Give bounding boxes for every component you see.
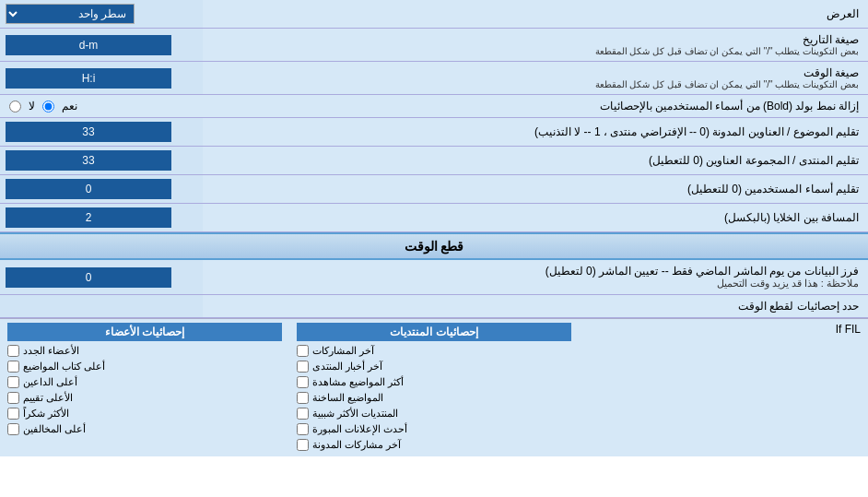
line-select-cell[interactable]: سطر واحد	[0, 0, 203, 28]
cell-spacing-input[interactable]	[6, 207, 171, 228]
checkbox-label: آخر مشاركات المدونة	[312, 439, 401, 451]
col-forums: إحصائيات المنتديات آخر المشاركات آخر أخب…	[289, 319, 579, 456]
checkbox-item: أعلى المخالفين	[7, 421, 282, 437]
date-format-row: صيغة التاريخ بعض التكوينات يتطلب "/" الت…	[0, 29, 868, 62]
checkbox-label: أعلى كتاب المواضيع	[23, 361, 105, 373]
checkbox-label: أكثر المواضيع مشاهدة	[312, 376, 404, 388]
time-format-input-cell	[0, 62, 203, 94]
usernames-order-input-cell	[0, 175, 203, 203]
checkboxes-header-row: حدد إحصائيات لقطع الوقت	[0, 295, 868, 318]
forum-order-label: تقليم المنتدى / المجموعة العناوين (0 للت…	[203, 147, 868, 174]
checkbox-label: أعلى الداعين	[23, 376, 77, 388]
checkbox-most-thanked[interactable]	[7, 408, 19, 420]
checkbox-item: الأكثر شكراً	[7, 406, 282, 421]
checkbox-most-viewed[interactable]	[297, 376, 309, 388]
date-format-input[interactable]	[6, 35, 171, 55]
time-format-row: صيغة الوقت بعض التكوينات يتطلب "/" التي …	[0, 62, 868, 95]
checkboxes-section: If FIL إحصائيات المنتديات آخر المشاركات …	[0, 318, 868, 456]
bold-remove-label: إزالة نمط بولد (Bold) من أسماء المستخدمي…	[203, 95, 868, 117]
checkbox-label: المواضيع الساخنة	[312, 392, 383, 404]
checkbox-hot-topics[interactable]	[297, 392, 309, 404]
topics-order-row: تقليم الموضوع / العناوين المدونة (0 -- ا…	[0, 118, 868, 147]
checkbox-item: أكثر المواضيع مشاهدة	[297, 374, 571, 390]
radio-yes[interactable]	[42, 101, 54, 112]
checkboxes-header-label: حدد إحصائيات لقطع الوقت	[203, 295, 868, 317]
checkbox-popular-forums[interactable]	[297, 408, 309, 420]
bold-remove-radio-cell: نعم لا	[0, 95, 203, 117]
time-filter-label: فرز البيانات من يوم الماشر الماضي فقط --…	[203, 260, 868, 294]
checkbox-item: المنتديات الأكثر شببية	[297, 406, 571, 421]
cell-spacing-row: المسافة بين الخلايا (بالبكسل)	[0, 204, 868, 232]
forum-order-input-cell	[0, 147, 203, 174]
radio-no[interactable]	[9, 101, 21, 112]
display-label: العرض	[203, 3, 868, 25]
checkbox-blog-posts[interactable]	[297, 439, 309, 451]
date-format-input-cell	[0, 29, 203, 61]
checkbox-top-inviters[interactable]	[7, 376, 19, 388]
col-members: إحصائيات الأعضاء الأعضاء الجدد أعلى كتاب…	[0, 319, 289, 456]
checkbox-item: آخر أخبار المنتدى	[297, 359, 571, 374]
time-section-title: قطع الوقت	[0, 232, 868, 260]
checkbox-label: أعلى المخالفين	[23, 423, 86, 435]
time-filter-row: فرز البيانات من يوم الماشر الماضي فقط --…	[0, 260, 868, 295]
radio-yes-label: نعم	[62, 100, 77, 112]
checkbox-announcements[interactable]	[297, 423, 309, 435]
topics-order-input-cell	[0, 118, 203, 146]
checkbox-label: المنتديات الأكثر شببية	[312, 408, 398, 420]
usernames-order-label: تقليم أسماء المستخدمين (0 للتعطيل)	[203, 175, 868, 203]
checkbox-item: الأعضاء الجدد	[7, 343, 282, 359]
checkbox-label: الأعضاء الجدد	[23, 345, 79, 357]
checkbox-top-violators[interactable]	[7, 423, 19, 435]
checkbox-new-members[interactable]	[7, 345, 19, 357]
checkbox-item: أعلى الداعين	[7, 374, 282, 390]
cell-spacing-label: المسافة بين الخلايا (بالبكسل)	[203, 204, 868, 231]
line-select[interactable]: سطر واحد	[6, 4, 135, 24]
display-row: العرض سطر واحد	[0, 0, 868, 29]
radio-no-label: لا	[29, 100, 35, 112]
checkbox-item: أحدث الإعلانات المبورة	[297, 421, 571, 437]
topics-order-label: تقليم الموضوع / العناوين المدونة (0 -- ا…	[203, 118, 868, 146]
usernames-order-row: تقليم أسماء المستخدمين (0 للتعطيل)	[0, 175, 868, 204]
checkbox-label: الأكثر شكراً	[23, 408, 69, 420]
forum-order-input[interactable]	[6, 150, 171, 171]
checkbox-label: أحدث الإعلانات المبورة	[312, 423, 407, 435]
checkbox-label: الأعلى تقييم	[23, 392, 73, 404]
checkbox-top-rated[interactable]	[7, 392, 19, 404]
bold-remove-row: إزالة نمط بولد (Bold) من أسماء المستخدمي…	[0, 95, 868, 118]
right-info-col: If FIL	[579, 319, 868, 456]
usernames-order-input[interactable]	[6, 179, 171, 199]
time-format-input[interactable]	[6, 68, 171, 89]
time-format-label: صيغة الوقت بعض التكوينات يتطلب "/" التي …	[203, 62, 868, 94]
checkbox-last-posts[interactable]	[297, 345, 309, 357]
date-format-label: صيغة التاريخ بعض التكوينات يتطلب "/" الت…	[203, 29, 868, 61]
checkboxes-header-right	[0, 295, 203, 317]
topics-order-input[interactable]	[6, 122, 171, 142]
checkbox-item: آخر مشاركات المدونة	[297, 437, 571, 453]
col-forums-header: إحصائيات المنتديات	[297, 323, 571, 341]
checkbox-label: آخر المشاركات	[312, 345, 374, 357]
checkbox-label: آخر أخبار المنتدى	[312, 361, 382, 373]
time-filter-input-cell	[0, 260, 203, 294]
checkbox-item: أعلى كتاب المواضيع	[7, 359, 282, 374]
checkbox-item: آخر المشاركات	[297, 343, 571, 359]
checkbox-item: المواضيع الساخنة	[297, 390, 571, 406]
checkbox-news[interactable]	[297, 361, 309, 373]
col-members-header: إحصائيات الأعضاء	[7, 323, 282, 341]
cell-spacing-input-cell	[0, 204, 203, 231]
time-filter-input[interactable]	[6, 267, 171, 288]
forum-order-row: تقليم المنتدى / المجموعة العناوين (0 للت…	[0, 147, 868, 175]
checkbox-item: الأعلى تقييم	[7, 390, 282, 406]
checkbox-top-writers[interactable]	[7, 361, 19, 373]
